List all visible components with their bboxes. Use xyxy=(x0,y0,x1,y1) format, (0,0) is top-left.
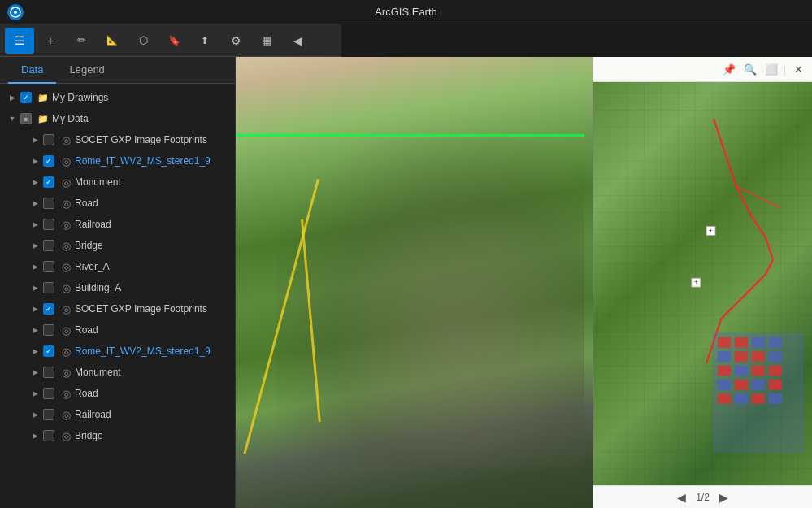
svg-rect-11 xyxy=(768,351,781,362)
expander-rome-2[interactable] xyxy=(29,345,41,357)
expander-river-1[interactable] xyxy=(29,261,41,272)
label-rome-2: Rome_IT_WV2_MS_stereo1_9 xyxy=(75,345,211,357)
checkbox-socet-2[interactable] xyxy=(43,303,54,315)
tree-item-my-drawings[interactable]: 📁 My Drawings xyxy=(0,87,235,108)
checkbox-building-1[interactable] xyxy=(43,282,54,293)
checkbox-road-2[interactable] xyxy=(43,324,54,336)
svg-rect-4 xyxy=(718,337,731,348)
checkbox-my-drawings[interactable] xyxy=(20,92,32,103)
layer-icon-rome-1 xyxy=(59,154,72,167)
close-button[interactable]: ✕ xyxy=(789,60,807,78)
label-road-1: Road xyxy=(75,198,98,209)
layer-tree: 📁 My Drawings 📁 My Data SOCET GXP Image … xyxy=(0,84,235,508)
tree-item-socet-2[interactable]: SOCET GXP Image Footprints xyxy=(0,298,235,319)
svg-rect-14 xyxy=(752,366,765,376)
next-page-button[interactable]: ▶ xyxy=(716,491,732,504)
checkbox-road-3[interactable] xyxy=(43,388,54,399)
layer-icon-railroad-2 xyxy=(59,408,72,421)
expander-railroad-1[interactable] xyxy=(29,219,41,230)
svg-rect-9 xyxy=(735,351,748,362)
svg-rect-3 xyxy=(714,333,802,452)
expander-road-2[interactable] xyxy=(29,324,41,336)
map-area[interactable]: 📌 🔍 ⬜ | ✕ xyxy=(236,57,812,508)
svg-text:+: + xyxy=(709,227,713,235)
layer-icon-rome-2 xyxy=(59,345,72,358)
overlay-content[interactable]: + + xyxy=(593,82,812,485)
checkbox-bridge-2[interactable] xyxy=(43,430,54,441)
expander-my-data[interactable] xyxy=(7,113,18,124)
overlay-toolbar: 📌 🔍 ⬜ | ✕ xyxy=(593,57,812,82)
bookmark-button[interactable]: 🔖 xyxy=(159,28,189,54)
tree-item-rome-1[interactable]: Rome_IT_WV2_MS_stereo1_9 xyxy=(0,150,235,172)
tree-item-road-3[interactable]: Road xyxy=(0,383,235,404)
checkbox-socet-1[interactable] xyxy=(43,134,54,145)
checkbox-bridge-1[interactable] xyxy=(43,240,54,251)
border-line xyxy=(236,134,584,137)
expand-button[interactable]: ⬜ xyxy=(762,60,780,78)
svg-rect-6 xyxy=(752,337,765,348)
checkbox-railroad-1[interactable] xyxy=(43,219,54,230)
layer-icon-bridge-1 xyxy=(59,239,72,252)
checkbox-road-1[interactable] xyxy=(43,198,54,209)
draw-button[interactable]: ✏ xyxy=(67,28,96,54)
folder-icon-drawings: 📁 xyxy=(37,91,50,104)
checkbox-rome-2[interactable] xyxy=(43,345,54,357)
checkbox-monument-1[interactable] xyxy=(43,176,54,188)
expander-road-1[interactable] xyxy=(29,198,41,209)
collapse-button[interactable]: ◀ xyxy=(283,28,312,54)
city-overlay xyxy=(276,138,584,467)
menu-button[interactable]: ☰ xyxy=(5,28,34,54)
share-button[interactable]: ⬆ xyxy=(190,28,219,54)
title-bar: ArcGIS Earth xyxy=(0,0,812,24)
tree-item-monument-1[interactable]: Monument xyxy=(0,172,235,193)
svg-rect-12 xyxy=(718,366,731,376)
tree-item-rome-2[interactable]: Rome_IT_WV2_MS_stereo1_9 xyxy=(0,341,235,362)
expander-socet-2[interactable] xyxy=(29,303,41,315)
tree-item-bridge-2[interactable]: Bridge xyxy=(0,425,235,446)
tree-item-bridge-1[interactable]: Bridge xyxy=(0,235,235,256)
expander-socet-1[interactable] xyxy=(29,134,41,145)
scene-button[interactable]: ⬡ xyxy=(128,28,158,54)
tab-data[interactable]: Data xyxy=(8,57,56,84)
tree-item-railroad-1[interactable]: Railroad xyxy=(0,214,235,235)
page-indicator: 1/2 xyxy=(696,492,710,503)
expander-bridge-1[interactable] xyxy=(29,240,41,251)
svg-rect-10 xyxy=(752,351,765,362)
pagination: ◀ 1/2 ▶ xyxy=(593,485,812,508)
checkbox-monument-2[interactable] xyxy=(43,367,54,378)
layer-icon-monument-2 xyxy=(59,366,72,379)
svg-rect-7 xyxy=(768,337,781,348)
measure-button[interactable]: 📐 xyxy=(98,28,127,54)
tab-legend[interactable]: Legend xyxy=(56,57,117,84)
tree-item-road-1[interactable]: Road xyxy=(0,193,235,214)
checkbox-rome-1[interactable] xyxy=(43,155,54,167)
prev-page-button[interactable]: ◀ xyxy=(674,491,689,504)
grid-button[interactable]: ▦ xyxy=(252,28,281,54)
expander-building-1[interactable] xyxy=(29,282,41,293)
settings-button[interactable]: ⚙ xyxy=(221,28,250,54)
expander-railroad-2[interactable] xyxy=(29,409,41,420)
tree-item-road-2[interactable]: Road xyxy=(0,319,235,341)
expander-road-3[interactable] xyxy=(29,388,41,399)
svg-rect-22 xyxy=(752,393,765,404)
tree-item-railroad-2[interactable]: Railroad xyxy=(0,404,235,425)
add-button[interactable]: + xyxy=(36,28,65,54)
zoom-in-button[interactable]: 🔍 xyxy=(741,60,759,78)
checkbox-river-1[interactable] xyxy=(43,261,54,272)
tree-item-river-1[interactable]: River_A xyxy=(0,256,235,277)
label-monument-2: Monument xyxy=(75,367,121,378)
tree-item-socet-1[interactable]: SOCET GXP Image Footprints xyxy=(0,129,235,150)
expander-my-drawings[interactable] xyxy=(7,92,18,103)
label-socet-2: SOCET GXP Image Footprints xyxy=(75,303,207,315)
expander-monument-1[interactable] xyxy=(29,176,41,188)
checkbox-my-data[interactable] xyxy=(20,113,32,124)
expander-bridge-2[interactable] xyxy=(29,430,41,441)
label-my-data: My Data xyxy=(52,113,89,124)
expander-rome-1[interactable] xyxy=(29,155,41,167)
tree-item-monument-2[interactable]: Monument xyxy=(0,362,235,383)
pin-button[interactable]: 📌 xyxy=(720,60,738,78)
tree-item-building-1[interactable]: Building_A xyxy=(0,277,235,298)
tree-item-my-data[interactable]: 📁 My Data xyxy=(0,108,235,129)
checkbox-railroad-2[interactable] xyxy=(43,409,54,420)
expander-monument-2[interactable] xyxy=(29,367,41,378)
